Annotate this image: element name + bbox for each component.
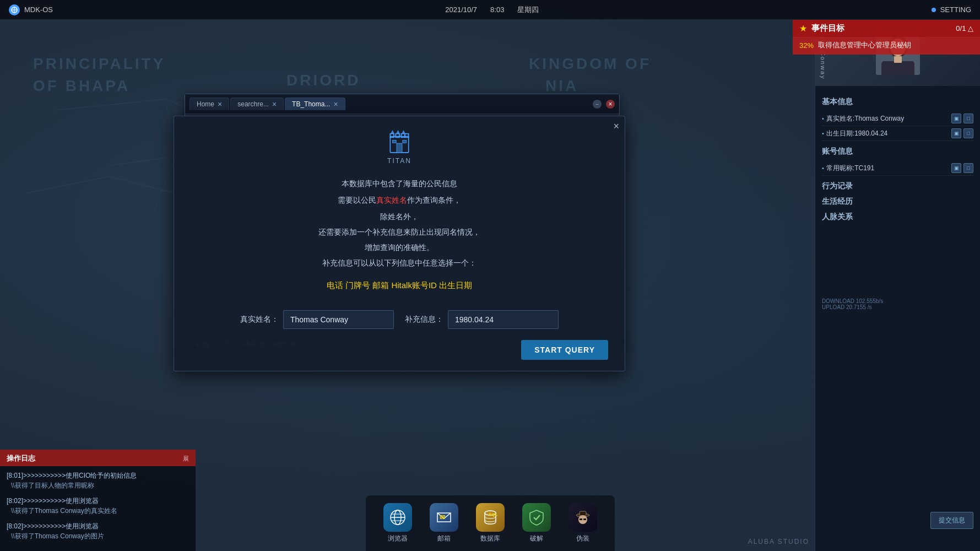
tab-home[interactable]: Home ×	[189, 98, 229, 110]
bottom-dock: 浏览器 ✉ 邮箱 SQL 数据库	[366, 495, 615, 551]
real-name-label: 真实姓名:Thomas Conway	[826, 114, 951, 123]
download-label: DOWNLOAD 102.555b/s UPLOAD 20.7155 /s	[822, 298, 973, 310]
titan-dialog: × TITAN 本数据库中包含了海量的公民信息 需要以公民真实姓名作为查询条件，	[174, 116, 625, 371]
svg-text:✉: ✉	[440, 514, 445, 521]
operation-log: 操作日志 展 [8:01]>>>>>>>>>>>使用CIO给予的初始信息 \\获…	[0, 450, 196, 551]
right-sidebar: Thomas Conway × 基本信息	[815, 20, 980, 551]
tab-tb-thomas[interactable]: TB_Thoma... ×	[285, 98, 345, 110]
svg-rect-26	[580, 511, 586, 516]
tab-search[interactable]: searchre... ×	[230, 98, 284, 110]
dialog-line-1: 本数据库中包含了海量的公民信息	[196, 176, 603, 191]
dialog-line-5: 增加查询的准确性。	[196, 240, 603, 255]
dialog-line-3: 除姓名外，	[196, 209, 603, 224]
tab-tb-close[interactable]: ×	[333, 100, 338, 108]
copy-icon-3[interactable]: ▣	[951, 163, 961, 173]
event-title-row: ★ 事件目标	[799, 23, 844, 34]
info-icon-3[interactable]: □	[963, 163, 973, 173]
submit-info-button[interactable]: 提交信息	[930, 512, 973, 529]
mail-dock-label: 邮箱	[437, 534, 451, 543]
event-count: 0/1 △	[956, 24, 973, 33]
bullet-1: •	[822, 115, 824, 122]
svg-rect-4	[881, 61, 914, 75]
name-input-label: 真实姓名：	[240, 315, 279, 325]
log-line-1a: [8:01]>>>>>>>>>>>使用CIO给予的初始信息	[7, 471, 189, 480]
top-bar-right: SETTING	[932, 6, 971, 14]
close-button[interactable]: ×	[606, 100, 615, 109]
real-name-actions: ▣ □	[951, 114, 973, 123]
svg-text:SQL: SQL	[489, 512, 498, 517]
mail-dock-icon: ✉	[430, 503, 458, 532]
copy-icon-1[interactable]: ▣	[951, 114, 961, 123]
db-dock-label: 数据库	[480, 534, 500, 543]
behavior-title: 行为记录	[822, 181, 973, 191]
event-panel: ★ 事件目标 0/1 △ 32% 取得信息管理中心管理员秘钥	[793, 20, 980, 55]
settings-label[interactable]: SETTING	[940, 6, 971, 14]
birthdate-row: • 出生日期:1980.04.24 ▣ □	[822, 126, 973, 141]
log-entry-3: [8:02]>>>>>>>>>>>使用浏览器 \\获得了Thomas Conwa…	[7, 521, 189, 541]
dock-mail[interactable]: ✉ 邮箱	[423, 500, 465, 547]
browser-dock-icon	[383, 503, 412, 532]
tab-home-label: Home	[197, 100, 214, 108]
dock-shield[interactable]: 破解	[516, 500, 557, 547]
supplement-input-group: 补充信息：	[405, 310, 559, 329]
log-entry-1: [8:01]>>>>>>>>>>>使用CIO给予的初始信息 \\获得了目标人物的…	[7, 471, 189, 490]
nickname-label: 常用昵称:TC191	[826, 164, 951, 173]
os-icon	[9, 4, 20, 15]
sidebar-content: 基本信息 • 真实姓名:Thomas Conway ▣ □ • 出生日期:198…	[815, 86, 980, 551]
shield-dock-label: 破解	[530, 534, 543, 543]
browser-tabs: Home × searchre... × TB_Thoma... × – ×	[185, 94, 619, 114]
settings-dot	[932, 8, 936, 12]
info-icon-2[interactable]: □	[963, 128, 973, 138]
day-label: 星期四	[517, 5, 539, 15]
dock-spy[interactable]: 伪装	[562, 500, 604, 547]
tab-search-label: searchre...	[237, 100, 269, 108]
basic-info-title: 基本信息	[822, 97, 973, 107]
svg-marker-12	[396, 130, 400, 134]
op-log-expand[interactable]: 展	[183, 455, 189, 463]
dialog-footer: START QUERY	[174, 340, 625, 371]
titan-name: TITAN	[387, 157, 412, 165]
name-input-field[interactable]	[283, 310, 394, 329]
os-title: MDK-OS	[24, 6, 53, 14]
svg-rect-15	[393, 140, 397, 143]
log-line-3a: [8:02]>>>>>>>>>>>使用浏览器	[7, 521, 189, 531]
minimize-button[interactable]: –	[593, 100, 602, 109]
svg-marker-13	[402, 130, 405, 134]
browser-controls: – ×	[593, 100, 615, 109]
dialog-header: TITAN	[174, 116, 625, 170]
log-line-3b: \\获得了Thomas Conway的图片	[7, 531, 189, 541]
log-line-2b: \\获得了Thomas Conway的真实姓名	[7, 506, 189, 516]
options-text: 电话 门牌号 邮箱 Hitalk账号ID 出生日期	[196, 277, 603, 294]
info-icon-1[interactable]: □	[963, 114, 973, 123]
supplement-input-field[interactable]	[448, 310, 559, 329]
op-log-body: [8:01]>>>>>>>>>>>使用CIO给予的初始信息 \\获得了目标人物的…	[0, 466, 196, 551]
nickname-row: • 常用昵称:TC191 ▣ □	[822, 161, 973, 176]
copy-icon-2[interactable]: ▣	[951, 128, 961, 138]
event-title: 事件目标	[811, 23, 844, 34]
studio-label: ALUBA STUDIO	[748, 538, 809, 545]
tab-home-close[interactable]: ×	[218, 100, 222, 108]
name-input-group: 真实姓名：	[240, 310, 394, 329]
event-panel-body: 32% 取得信息管理中心管理员秘钥	[793, 37, 980, 55]
log-line-2a: [8:02]>>>>>>>>>>>使用浏览器	[7, 496, 189, 506]
event-percent: 32%	[799, 41, 814, 50]
network-title: 人脉关系	[822, 212, 973, 222]
account-info-title: 账号信息	[822, 147, 973, 156]
nickname-actions: ▣ □	[951, 163, 973, 173]
spy-dock-label: 伪装	[576, 534, 589, 543]
birthdate-actions: ▣ □	[951, 128, 973, 138]
date-label: 2021/10/7	[445, 6, 477, 14]
event-panel-header: ★ 事件目标 0/1 △	[793, 20, 980, 37]
birthdate-label: 出生日期:1980.04.24	[826, 129, 951, 138]
svg-marker-11	[391, 130, 394, 134]
start-query-button[interactable]: START QUERY	[521, 340, 608, 360]
dock-browser[interactable]: 浏览器	[377, 500, 419, 547]
tab-search-close[interactable]: ×	[272, 100, 277, 108]
dialog-inputs: 真实姓名： 补充信息：	[174, 305, 625, 340]
svg-rect-5	[894, 56, 902, 63]
dialog-body: 本数据库中包含了海量的公民信息 需要以公民真实姓名作为查询条件， 除姓名外， 还…	[174, 170, 625, 305]
supplement-label: 补充信息：	[405, 315, 443, 325]
shield-dock-icon	[522, 503, 551, 532]
dock-database[interactable]: SQL 数据库	[469, 500, 511, 547]
dialog-close-button[interactable]: ×	[613, 121, 619, 132]
